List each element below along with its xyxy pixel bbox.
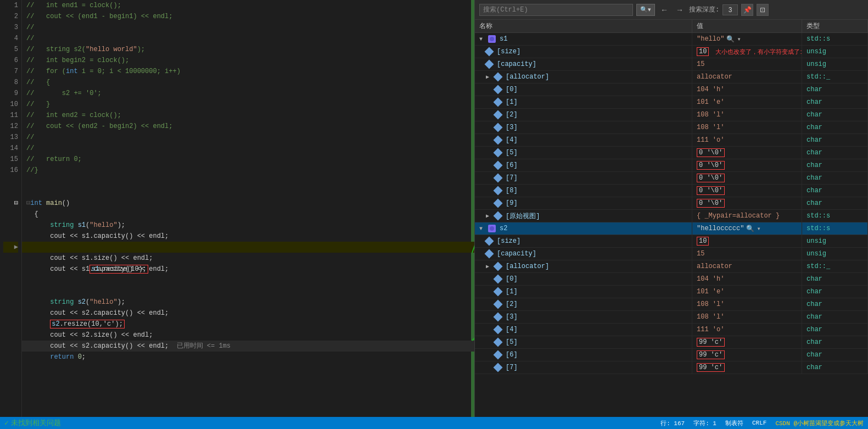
var-type-s1-0: char bbox=[802, 83, 868, 96]
var-value-s1-5: 0 '\0' bbox=[692, 147, 802, 159]
status-text: 未找到相关问题 bbox=[11, 418, 61, 428]
var-value-s1-1: 101 'e' bbox=[692, 96, 802, 108]
line-numbers: 1234 5678 9101112 13141516 ⊟ ▶ bbox=[0, 0, 22, 417]
var-row-s2-4[interactable]: [4] 111 'o' char bbox=[475, 324, 868, 336]
expand-button[interactable]: ⊡ bbox=[757, 4, 769, 16]
var-row-s1-allocator[interactable]: ▶ [allocator] allocator std::_ bbox=[475, 71, 868, 83]
status-ok: 未找到相关问题 bbox=[4, 418, 61, 428]
di-s1-3 bbox=[494, 123, 503, 132]
var-row-s1-capacity[interactable]: [capacity] 15 unsig bbox=[475, 58, 868, 71]
di-s2-cap bbox=[485, 249, 494, 259]
nav-forward-button[interactable]: → bbox=[674, 5, 686, 14]
code-line: // int end2 = clock(); bbox=[22, 110, 474, 121]
di-s2-3 bbox=[494, 313, 503, 322]
di-s2-2 bbox=[494, 300, 503, 309]
var-name-s1: ▼ s1 bbox=[475, 33, 692, 45]
s1-magnifier-button[interactable]: 🔍 bbox=[726, 35, 735, 43]
expand-arrow-s2[interactable]: ▼ bbox=[479, 226, 486, 232]
di-s1-1 bbox=[494, 98, 503, 107]
var-row-s1-size[interactable]: [size] 10 大小也改变了，有小字符变成了10个 unsig bbox=[475, 46, 868, 58]
code-line: // s2 += '0'; bbox=[22, 88, 474, 99]
var-type-s1-4: char bbox=[802, 134, 868, 146]
var-row-s2-capacity[interactable]: [capacity] 15 unsig bbox=[475, 248, 868, 260]
var-name-s1-5: [5] bbox=[475, 147, 692, 159]
code-line bbox=[22, 275, 474, 286]
code-line: { bbox=[22, 209, 474, 220]
di-s2-0 bbox=[494, 275, 503, 284]
var-name-s2-2: [2] bbox=[475, 298, 692, 310]
var-value-s2-0: 104 'h' bbox=[692, 273, 802, 285]
di-s1-6 bbox=[494, 161, 503, 170]
var-row-s1-5[interactable]: [5] 0 '\0' char bbox=[475, 147, 868, 159]
var-name-s1-allocator: ▶ [allocator] bbox=[475, 71, 692, 83]
var-row-s2-7[interactable]: [7] 99 'c' char bbox=[475, 361, 868, 374]
var-row-s1-9[interactable]: [9] 0 '\0' char bbox=[475, 197, 868, 210]
code-line: cout << s1.capacity() << endl; bbox=[22, 264, 474, 275]
expand-arrow-s1-raw[interactable]: ▶ bbox=[486, 213, 492, 219]
var-row-s2-2[interactable]: [2] 108 'l' char bbox=[475, 298, 868, 311]
code-line: ⊟int main() bbox=[22, 198, 474, 209]
var-row-s1-1[interactable]: [1] 101 'e' char bbox=[475, 96, 868, 109]
code-lines: // int end1 = clock(); // cout << (end1 … bbox=[22, 0, 474, 417]
var-type-s2-3: char bbox=[802, 311, 868, 323]
var-row-s2-3[interactable]: [3] 108 'l' char bbox=[475, 311, 868, 324]
var-name-s1-0: [0] bbox=[475, 83, 692, 96]
s2-size-box: 10 bbox=[697, 237, 709, 246]
var-type-s1-capacity: unsig bbox=[802, 58, 868, 70]
var-value-s2-4: 111 'o' bbox=[692, 324, 802, 336]
var-row-s2-size[interactable]: [size] 10 unsig bbox=[475, 235, 868, 248]
db-icon-s2 bbox=[488, 225, 496, 232]
var-value-s2-2: 108 'l' bbox=[692, 298, 802, 310]
var-type-s2-2: char bbox=[802, 298, 868, 310]
var-row-s1-8[interactable]: [8] 0 '\0' char bbox=[475, 185, 868, 197]
var-row-s1-3[interactable]: [3] 108 'l' char bbox=[475, 121, 868, 134]
s1-9-box: 0 '\0' bbox=[697, 199, 725, 208]
expand-arrow-s1[interactable]: ▼ bbox=[479, 36, 486, 42]
var-row-s1[interactable]: ▼ s1 "hello" 🔍 ▾ std::s bbox=[475, 33, 868, 46]
var-row-s1-6[interactable]: [6] 0 '\0' char bbox=[475, 159, 868, 172]
expand-arrow-s2-alloc[interactable]: ▶ bbox=[486, 263, 492, 270]
code-editor: 1234 5678 9101112 13141516 ⊟ ▶ // bbox=[0, 0, 475, 417]
var-name-s1-7: [7] bbox=[475, 172, 692, 184]
di-s2-4 bbox=[494, 325, 503, 335]
var-value-s1-3: 108 'l' bbox=[692, 121, 802, 133]
status-encoding: 制表符 bbox=[725, 419, 743, 427]
s2-magnifier-button[interactable]: 🔍 bbox=[746, 225, 754, 232]
search-bar: 搜索(Ctrl+E) 🔍▾ ← → 搜索深度: 3 📌 ⊡ bbox=[475, 0, 868, 20]
var-value-s1-8: 0 '\0' bbox=[692, 185, 802, 197]
var-row-s2-allocator[interactable]: ▶ [allocator] allocator std::_ bbox=[475, 260, 868, 273]
var-name-s1-1: [1] bbox=[475, 96, 692, 108]
nav-back-button[interactable]: ← bbox=[658, 5, 670, 14]
code-content: 1234 5678 9101112 13141516 ⊟ ▶ // bbox=[0, 0, 474, 417]
var-row-s2[interactable]: ▼ s2 "helloccccc" 🔍 ▾ std::s bbox=[475, 222, 868, 235]
var-name-s2-3: [3] bbox=[475, 311, 692, 323]
var-row-s1-4[interactable]: [4] 111 'o' char bbox=[475, 134, 868, 147]
var-value-s2: "helloccccc" 🔍 ▾ bbox=[692, 222, 802, 235]
search-depth-input[interactable]: 3 bbox=[723, 4, 738, 15]
var-row-s1-2[interactable]: [2] 108 'l' char bbox=[475, 109, 868, 121]
di-s1-5 bbox=[494, 148, 503, 158]
expand-arrow-s1-alloc[interactable]: ▶ bbox=[486, 74, 492, 80]
s2-7-box: 99 'c' bbox=[697, 363, 725, 372]
var-row-s2-0[interactable]: [0] 104 'h' char bbox=[475, 273, 868, 286]
var-name-s2: ▼ s2 bbox=[475, 222, 692, 235]
var-row-s1-7[interactable]: [7] 0 '\0' char bbox=[475, 172, 868, 185]
pin-button[interactable]: 📌 bbox=[741, 4, 753, 16]
var-name-s2-allocator: ▶ [allocator] bbox=[475, 260, 692, 272]
code-line: // bbox=[22, 22, 474, 33]
var-row-s2-6[interactable]: [6] 99 'c' char bbox=[475, 349, 868, 361]
s1-8-box: 0 '\0' bbox=[697, 186, 725, 195]
search-input-wrap[interactable]: 搜索(Ctrl+E) bbox=[479, 4, 633, 16]
var-type-s1-6: char bbox=[802, 159, 868, 171]
var-name-s1-capacity: [capacity] bbox=[475, 58, 692, 70]
var-type-s2-1: char bbox=[802, 286, 868, 298]
var-name-s2-capacity: [capacity] bbox=[475, 248, 692, 260]
var-name-s1-raw: ▶ [原始视图] bbox=[475, 210, 692, 222]
var-row-s2-1[interactable]: [1] 101 'e' char bbox=[475, 286, 868, 298]
s1-7-box: 0 '\0' bbox=[697, 174, 725, 182]
var-row-s1-0[interactable]: [0] 104 'h' char bbox=[475, 83, 868, 96]
var-value-s1-4: 111 'o' bbox=[692, 134, 802, 146]
var-row-s1-raw[interactable]: ▶ [原始视图] { _Mypair=allocator } std::s bbox=[475, 210, 868, 222]
search-button[interactable]: 🔍▾ bbox=[636, 4, 655, 16]
var-row-s2-5[interactable]: [5] 99 'c' char bbox=[475, 336, 868, 349]
